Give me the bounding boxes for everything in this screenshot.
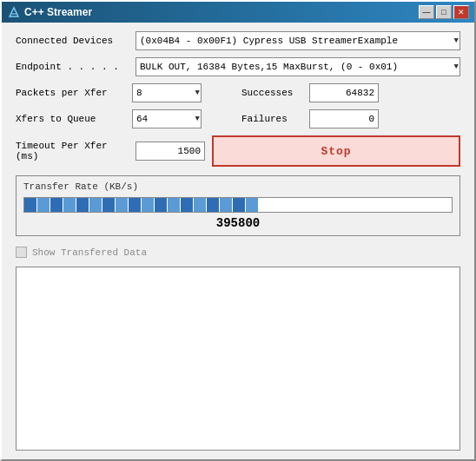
data-display-area: [16, 267, 460, 451]
progress-segment: [89, 198, 102, 212]
progress-segment: [181, 198, 193, 212]
packets-label: Packets per Xfer: [16, 88, 129, 98]
progress-bar: [23, 197, 453, 213]
maximize-button[interactable]: □: [436, 5, 452, 19]
progress-segment: [129, 198, 141, 212]
title-bar: C++ Streamer — □ ✕: [2, 2, 474, 23]
show-data-checkbox[interactable]: [16, 247, 27, 258]
transfer-rate-legend: Transfer Rate (KB/s): [23, 181, 453, 192]
app-icon: [7, 5, 21, 19]
xfers-select[interactable]: 64: [132, 109, 202, 128]
progress-segment: [155, 198, 167, 212]
successes-field[interactable]: [309, 83, 379, 102]
successes-label: Successes: [241, 88, 302, 98]
progress-segment: [76, 198, 89, 212]
transfer-rate-value: 395800: [23, 216, 453, 230]
progress-segment: [207, 198, 219, 212]
failures-label: Failures: [241, 114, 302, 124]
failures-field[interactable]: [309, 109, 379, 128]
stop-button[interactable]: Stop: [212, 135, 460, 167]
svg-marker-0: [10, 8, 18, 16]
progress-segment: [63, 198, 76, 212]
endpoint-row: Endpoint . . . . . BULK OUT, 16384 Bytes…: [16, 57, 460, 76]
title-bar-left: C++ Streamer: [7, 5, 92, 19]
connected-devices-row: Connected Devices (0x04B4 - 0x00F1) Cypr…: [16, 31, 460, 50]
packets-select[interactable]: 8: [132, 83, 202, 102]
progress-segment: [194, 198, 206, 212]
timeout-label: Timeout Per Xfer (ms): [16, 141, 129, 161]
progress-segment: [102, 198, 115, 212]
window-controls: — □ ✕: [419, 5, 469, 19]
connected-devices-select[interactable]: (0x04B4 - 0x00F1) Cypress USB StreamerEx…: [136, 31, 460, 50]
progress-segment: [116, 198, 128, 212]
progress-segment: [220, 198, 232, 212]
progress-segment: [233, 198, 245, 212]
endpoint-select[interactable]: BULK OUT, 16384 Bytes,15 MaxBurst, (0 - …: [136, 57, 460, 76]
xfers-failures-row: Xfers to Queue 64 ▼ Failures: [16, 109, 460, 128]
progress-segments: [24, 198, 452, 212]
endpoint-select-wrapper: BULK OUT, 16384 Bytes,15 MaxBurst, (0 - …: [136, 57, 460, 76]
show-data-label: Show Transfered Data: [32, 247, 147, 258]
progress-segment: [168, 198, 180, 212]
xfers-col: Xfers to Queue 64 ▼: [16, 109, 235, 128]
progress-segment: [142, 198, 154, 212]
close-button[interactable]: ✕: [453, 5, 469, 19]
xfers-label: Xfers to Queue: [16, 114, 129, 124]
progress-segment: [246, 198, 258, 212]
packets-select-wrapper: 8 ▼: [132, 83, 202, 102]
packets-col: Packets per Xfer 8 ▼: [16, 83, 235, 102]
timeout-stop-row: Timeout Per Xfer (ms) Stop: [16, 135, 460, 167]
timeout-field[interactable]: [136, 142, 205, 161]
stop-wrapper: Stop: [212, 135, 460, 167]
xfers-select-wrapper: 64 ▼: [132, 109, 202, 128]
window-title: C++ Streamer: [24, 6, 92, 18]
minimize-button[interactable]: —: [419, 5, 434, 19]
connected-devices-label: Connected Devices: [16, 36, 129, 46]
connected-devices-select-wrapper: (0x04B4 - 0x00F1) Cypress USB StreamerEx…: [136, 31, 460, 50]
progress-segment: [37, 198, 50, 212]
packets-successes-row: Packets per Xfer 8 ▼ Successes: [16, 83, 460, 102]
progress-segment: [50, 198, 63, 212]
progress-segment: [24, 198, 36, 212]
transfer-rate-group: Transfer Rate (KB/s) 395800: [16, 175, 460, 236]
content-area: Connected Devices (0x04B4 - 0x00F1) Cypr…: [2, 23, 474, 459]
successes-col: Successes: [241, 83, 460, 102]
endpoint-label: Endpoint . . . . .: [16, 62, 129, 72]
show-data-row: Show Transfered Data: [16, 247, 460, 258]
failures-col: Failures: [241, 109, 460, 128]
main-window: C++ Streamer — □ ✕ Connected Devices (0x…: [0, 0, 476, 461]
